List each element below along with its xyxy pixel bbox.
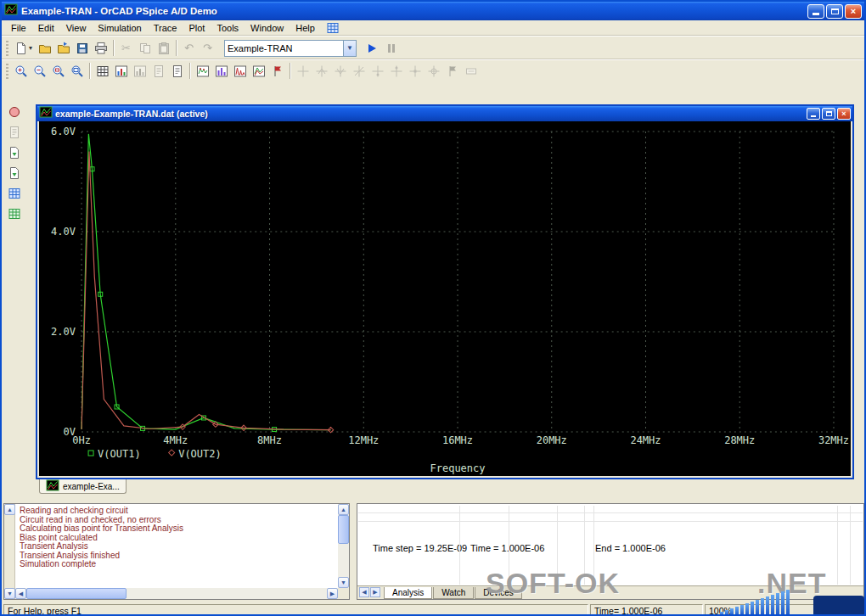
plot-grid-button[interactable] — [93, 62, 111, 80]
tab-watch[interactable]: Watch — [433, 587, 474, 599]
paste-button — [155, 39, 172, 57]
log-scroll-up-button[interactable]: ▲ — [338, 504, 349, 515]
log-scroll-left-button[interactable]: ◀ — [15, 588, 26, 599]
grid-line — [584, 506, 585, 585]
tab-scroll-right-button[interactable]: ▶ — [370, 587, 380, 597]
eval-goal-button — [443, 62, 461, 80]
log-line: Simulation complete — [20, 560, 334, 569]
output-scroll-up-button[interactable]: ▲ — [4, 504, 15, 515]
family-curves-button[interactable] — [250, 62, 267, 80]
menu-trace[interactable]: Trace — [148, 22, 183, 34]
circuit-file-icon[interactable] — [6, 143, 24, 161]
output-left-scrollbar[interactable]: ▲ ▼ — [4, 504, 15, 599]
output-scroll-down-button[interactable]: ▼ — [4, 588, 15, 599]
fft-button[interactable] — [231, 62, 249, 80]
plot-document-window: example-Example-TRAN.dat (active) × 0V2.… — [36, 104, 854, 479]
menu-tools[interactable]: Tools — [211, 22, 245, 34]
x-tick-label: 16MHz — [442, 434, 473, 446]
grid-line — [837, 506, 838, 585]
cursor-point-button — [406, 62, 424, 80]
x-tick-label: 8MHz — [257, 434, 282, 446]
window-controls: × — [807, 4, 862, 19]
print-button[interactable] — [92, 39, 110, 57]
grid-line — [557, 506, 558, 585]
open-simulation-button[interactable] — [36, 39, 53, 57]
save-button[interactable] — [73, 39, 91, 57]
maximize-icon — [831, 8, 839, 14]
view-simulation-output-button[interactable] — [168, 62, 186, 80]
log-vscroll-thumb[interactable] — [338, 515, 349, 544]
toolbar-separator — [89, 63, 90, 79]
plot-close-button[interactable]: × — [837, 108, 851, 120]
menu-simulation[interactable]: Simulation — [92, 22, 147, 34]
redo-button: ↷ — [199, 39, 216, 57]
window-title: Example-TRAN - OrCAD PSpice A/D Demo — [21, 6, 804, 16]
toggle-cursor-button — [294, 62, 312, 80]
menu-view[interactable]: View — [60, 22, 93, 34]
waveform-plot-area[interactable]: 0V2.0V4.0V6.0V0Hz4MHz8MHz12MHz16MHz20MHz… — [39, 121, 851, 476]
status-extra-pane — [768, 604, 863, 616]
zoom-in-button[interactable] — [12, 62, 30, 80]
log-horizontal-scrollbar[interactable]: ◀ ▶ — [15, 588, 338, 599]
log-scroll-down-button[interactable]: ▼ — [338, 577, 349, 588]
plot-minimize-button[interactable] — [807, 108, 820, 120]
legend-label: V(OUT2) — [178, 448, 222, 460]
mark-data-points-button[interactable] — [194, 62, 211, 80]
y-tick-label: 4.0V — [51, 226, 76, 238]
document-tab[interactable]: example-Exa... — [39, 479, 127, 494]
grid-line — [459, 506, 460, 585]
app-icon — [4, 3, 18, 20]
log-hscroll-thumb[interactable] — [26, 588, 127, 599]
x-tick-label: 4MHz — [163, 434, 188, 446]
goal-function-button[interactable] — [268, 62, 286, 80]
combo-dropdown-icon[interactable]: ▼ — [343, 41, 356, 56]
menu-plot[interactable]: Plot — [183, 22, 211, 34]
log-vertical-scrollbar[interactable]: ▲ ▼ — [338, 504, 349, 588]
simulation-profile-input[interactable] — [225, 43, 343, 53]
legend-label: V(OUT1) — [98, 448, 141, 460]
add-y-axis-button[interactable] — [112, 62, 130, 80]
zoom-area-button[interactable] — [49, 62, 67, 80]
menu-edit[interactable]: Edit — [32, 22, 60, 34]
simulation-profile-combo[interactable]: ▼ — [224, 40, 357, 57]
menu-file[interactable]: File — [5, 22, 32, 34]
log-line: Reading and checking circuit — [20, 507, 334, 516]
grid-line — [358, 521, 863, 522]
simulation-status-window: Time step = 19.25E-09 Time = 1.000E-06 E… — [357, 503, 864, 600]
tab-analysis[interactable]: Analysis — [384, 587, 432, 599]
performance-analysis-button[interactable] — [212, 62, 230, 80]
menu-help[interactable]: Help — [290, 22, 321, 34]
status-help-text: For Help, press F1 — [3, 604, 588, 616]
zoom-out-button[interactable] — [31, 62, 48, 80]
new-simulation-button[interactable] — [12, 39, 30, 57]
run-simulation-button[interactable] — [363, 39, 380, 57]
device-summary-icon[interactable] — [6, 184, 24, 202]
text-file-icon — [6, 123, 24, 141]
log-line: Calculating bias point for Transient Ana… — [20, 524, 334, 534]
undo-button: ↶ — [180, 39, 198, 57]
watch-list-icon[interactable] — [6, 204, 24, 222]
toolbar-grip — [6, 64, 8, 79]
new-dropdown-icon[interactable]: ▾ — [29, 44, 32, 52]
toolbar-separator — [176, 40, 177, 56]
cursor-peak-button — [312, 62, 330, 80]
zoom-fit-button[interactable] — [68, 62, 86, 80]
left-toolbar — [4, 103, 25, 222]
close-button[interactable]: × — [845, 4, 862, 19]
status-progress-text: 100% — [705, 604, 766, 616]
log-scroll-right-button[interactable]: ▶ — [327, 588, 338, 599]
time-field: Time = 1.000E-06 — [470, 543, 544, 553]
document-tab-icon — [46, 479, 59, 494]
output-file-icon[interactable] — [6, 164, 24, 182]
tab-devices[interactable]: Devices — [475, 587, 522, 599]
titlebar: Example-TRAN - OrCAD PSpice A/D Demo × — [2, 2, 864, 20]
minimize-icon — [811, 115, 816, 117]
minimize-button[interactable] — [807, 4, 824, 19]
open-file-button[interactable] — [54, 39, 72, 57]
simulation-status-icon[interactable] — [6, 103, 24, 120]
plot-maximize-button[interactable] — [822, 108, 835, 120]
plot-window-titlebar: example-Example-TRAN.dat (active) × — [37, 106, 852, 121]
menu-window[interactable]: Window — [245, 22, 290, 34]
maximize-button[interactable] — [826, 4, 843, 19]
tab-scroll-left-button[interactable]: ◀ — [359, 587, 369, 597]
